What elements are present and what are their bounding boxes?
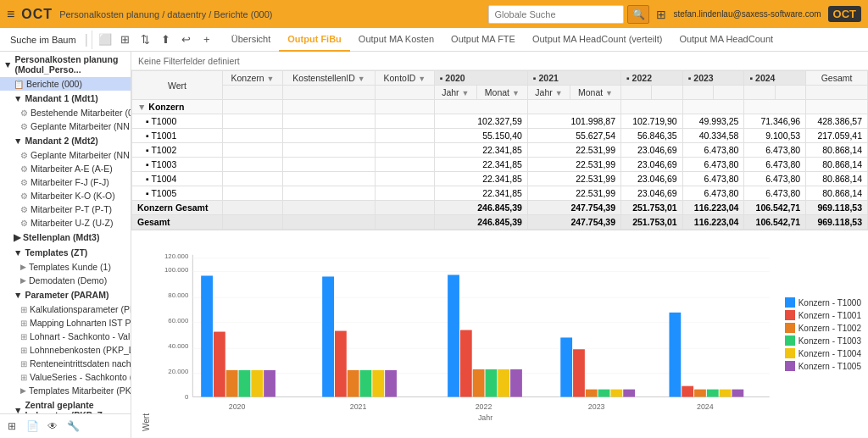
sidebar-item-parameter[interactable]: ▼ Parameter (PARAM) [0, 287, 131, 302]
sidebar-item-kalkulationsparameter[interactable]: ⊞ Kalkulationsparameter (PKP_KP... [0, 302, 131, 316]
cell [222, 186, 282, 201]
legend-color-t1000 [785, 297, 795, 308]
sidebar-item-mandant1[interactable]: ▼ Mandant 1 (Mdt1) [0, 91, 131, 106]
cell [376, 215, 435, 230]
cell [222, 201, 282, 215]
tab-output-ma-headcount[interactable]: Output MA HeadCount [670, 28, 782, 52]
arrow-icon: ▼ [14, 93, 22, 103]
sidebar-item-lohnnebenkosten[interactable]: ⊞ Lohnnebenkosten (PKP_LNK) [0, 343, 131, 357]
sidebar-item-bestehende[interactable]: ⚙ Bestehende Mitarbeiter (01) [0, 106, 131, 119]
bar-2022-t1003 [486, 369, 498, 397]
sidebar-item-templates-zt[interactable]: ▼ Templates (ZT) [0, 245, 131, 260]
pivot-subheader-jahr2[interactable]: Jahr ▼ [527, 86, 570, 100]
sidebar-item-valueseries[interactable]: ⊞ ValueSeries - Sachkonto (PLAN) [0, 370, 131, 384]
search-input[interactable] [488, 5, 624, 24]
t1002-2023: 6.473,80 [682, 143, 744, 158]
sidebar-item-renteneintrittsdaten[interactable]: ⊞ Renteneintrittsdaten nach Geburts... [0, 357, 131, 370]
table-icon: ⊞ [20, 319, 27, 328]
chart-legend: Konzern - T1000 Konzern - T1001 Konzern … [778, 237, 861, 431]
sidebar-item-mandant2[interactable]: ▼ Mandant 2 (Mdt2) [0, 133, 131, 148]
search-button[interactable]: 🔍 [627, 5, 649, 24]
sidebar-item-mapping-lohnarten[interactable]: ⊞ Mapping Lohnarten IST PLAN (P [0, 316, 131, 330]
gear-icon: ⚙ [20, 108, 28, 118]
toolbar-icon-1[interactable]: ⬜ [96, 30, 114, 49]
legend-color-t1004 [785, 348, 795, 358]
t1004-2020: 22.341,85 [434, 172, 527, 186]
sidebar-item-ma-uz[interactable]: ⚙ Mitarbeiter U-Z (U-Z) [0, 216, 131, 230]
sidebar-item-ma-ae[interactable]: ⚙ Mitarbeiter A-E (A-E) [0, 162, 131, 175]
cell [282, 201, 375, 215]
t1002-2021: 22.531,99 [527, 143, 620, 158]
table-row: ▪ T1002 22.341,85 22.531,99 23.046,69 6.… [132, 143, 868, 158]
pivot-subheader-monat2[interactable]: Monat ▼ [570, 86, 621, 100]
toolbar-icon-sort[interactable]: ⇅ [136, 30, 155, 49]
pivot-header-konto[interactable]: KontoID ▼ [376, 71, 435, 86]
t1002-2024: 6.473,80 [744, 143, 806, 158]
sidebar-bottom-icon-1[interactable]: ⊞ [3, 418, 20, 435]
tab-output-ma-fte[interactable]: Output MA FTE [442, 28, 524, 52]
cell [222, 172, 282, 186]
sidebar-label: Templates (ZT) [25, 247, 87, 258]
pivot-table-area[interactable]: Wert Konzern ▼ KostenstellenID ▼ KontoID… [131, 70, 868, 230]
sidebar-bottom-icon-4[interactable]: 🔧 [64, 418, 81, 435]
sidebar-bottom-icon-3[interactable]: 👁 [44, 418, 61, 435]
sidebar-item-personalkosten[interactable]: ▼ Personalkosten planung (Modul_Perso... [0, 52, 131, 77]
tab-uebersicht[interactable]: Übersicht [223, 28, 279, 52]
pivot-year-2020: ▪ 2020 [434, 71, 527, 86]
sidebar-item-berichte[interactable]: 📋 Berichte (000) [0, 77, 131, 91]
toolbar-icon-2[interactable]: ⊞ [116, 30, 135, 49]
tab-output-ma-kosten[interactable]: Output MA Kosten [350, 28, 442, 52]
pivot-header-konzern-col[interactable]: Konzern ▼ [222, 71, 282, 86]
sidebar-item-geplante1[interactable]: ⚙ Geplante Mitarbeiter (NN Stellen) [0, 119, 131, 133]
legend-label-t1000: Konzern - T1000 [798, 298, 861, 308]
content-area: Keine Filterfelder definiert Wert Konzer… [131, 52, 868, 438]
sidebar-label: Stellenplan (Mdt3) [23, 232, 99, 242]
t1005-label: ▪ T1005 [132, 186, 223, 201]
sidebar-item-templates-ma[interactable]: ▶ Templates Mitarbeiter (PKP_MA) [0, 384, 131, 397]
sidebar-item-geplante2[interactable]: ⚙ Geplante Mitarbeiter (NN Stellen) ( [0, 148, 131, 162]
table-row: ▪ T1000 102.327,59 101.998,87 102.719,90… [132, 114, 868, 129]
table-row: ▪ T1004 22.341,85 22.531,99 23.046,69 6.… [132, 172, 868, 186]
bar-chart: 0 20.000 40.000 60.000 80.000 100.000 12… [151, 237, 778, 431]
sidebar-label: Mandant 1 (Mdt1) [25, 93, 97, 103]
t1005-2024: 6.473,80 [744, 186, 806, 201]
t1001-gesamt: 217.059,41 [806, 129, 868, 143]
sidebar-bottom-icon-2[interactable]: 📄 [24, 418, 41, 435]
menu-icon[interactable]: ≡ [7, 7, 14, 22]
grid-icon[interactable]: ⊞ [656, 8, 666, 21]
bar-2020-t1004 [251, 370, 263, 397]
pivot-year-2024: ▪ 2024 [744, 71, 806, 86]
t1004-2022: 23.046,69 [620, 172, 682, 186]
toolbar-icon-add[interactable]: + [198, 30, 216, 49]
sidebar-item-ma-ko[interactable]: ⚙ Mitarbeiter K-O (K-O) [0, 189, 131, 202]
t1004-2023: 6.473,80 [682, 172, 744, 186]
sidebar-item-templates-kunde[interactable]: ▶ Templates Kunde (1) [0, 260, 131, 274]
sidebar-item-ma-fj[interactable]: ⚙ Mitarbeiter F-J (F-J) [0, 175, 131, 189]
pivot-subheader-monat[interactable]: Monat ▼ [476, 86, 527, 100]
svg-text:2023: 2023 [588, 402, 605, 411]
bar-2024-t1002 [694, 390, 706, 397]
gesamt-2022: 251.753,01 [620, 215, 682, 230]
tab-output-fibu[interactable]: Output FiBu [279, 28, 350, 52]
sidebar-label: Mitarbeiter U-Z (U-Z) [31, 218, 113, 228]
sidebar-item-lohnart-sachkonto[interactable]: ⊞ Lohnart - Sachkonto - ValueSerie [0, 330, 131, 343]
arrow-icon: ▶ [20, 276, 26, 285]
arrow-icon: ▼ [14, 290, 22, 300]
arrow-icon: ▼ [14, 136, 22, 146]
bar-2023-t1004 [610, 390, 622, 397]
t1003-2020: 22.341,85 [434, 158, 527, 172]
pivot-header-kostenstellen[interactable]: KostenstellenID ▼ [282, 71, 375, 86]
sidebar-item-demodaten[interactable]: ▶ Demodaten (Demo) [0, 274, 131, 287]
bar-2021-t1002 [348, 370, 359, 397]
sidebar-item-ma-pt[interactable]: ⚙ Mitarbeiter P-T (P-T) [0, 202, 131, 216]
t1000-2021: 101.998,87 [527, 114, 620, 129]
pivot-subheader-jahr[interactable]: Jahr ▼ [434, 86, 476, 100]
tab-output-ma-headcount-verteilt[interactable]: Output MA HeadCount (verteilt) [524, 28, 670, 52]
konzern-label[interactable]: ▼ Konzern [132, 100, 223, 114]
cell [222, 143, 282, 158]
legend-label-t1001: Konzern - T1001 [798, 311, 861, 320]
bar-2022-t1004 [498, 369, 509, 397]
sidebar-item-stellenplan[interactable]: ▶ Stellenplan (Mdt3) [0, 230, 131, 245]
toolbar-icon-upload[interactable]: ⬆ [157, 30, 175, 49]
toolbar-icon-refresh[interactable]: ↩ [177, 30, 196, 49]
